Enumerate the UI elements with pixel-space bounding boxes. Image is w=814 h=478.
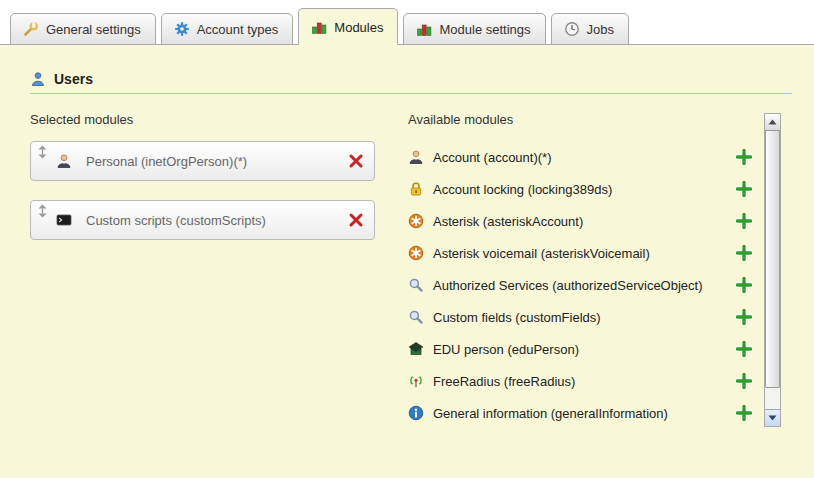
- page-title: Users: [54, 71, 93, 87]
- available-module-row: Asterisk voicemail (asteriskVoicemail): [408, 237, 752, 269]
- asterisk-icon: [408, 245, 424, 261]
- person-icon: [408, 149, 424, 165]
- available-module-label: Asterisk (asteriskAccount): [433, 214, 727, 229]
- available-module-label: Account (account)(*): [433, 150, 727, 165]
- add-module-button[interactable]: [736, 405, 752, 421]
- available-module-row: EDU person (eduPerson): [408, 333, 752, 365]
- selected-module-label: Personal (inetOrgPerson)(*): [86, 154, 340, 169]
- available-module-row: Account (account)(*): [408, 141, 752, 173]
- magnifier-icon: [408, 277, 424, 293]
- tab-label: Modules: [334, 20, 383, 35]
- available-modules-scrollbar[interactable]: [764, 113, 781, 427]
- selected-modules-column: Selected modules Personal (inetOrgPerson…: [30, 112, 378, 429]
- available-module-label: Asterisk voicemail (asteriskVoicemail): [433, 246, 727, 261]
- tab-label: Jobs: [587, 22, 614, 37]
- terminal-icon: [56, 212, 72, 228]
- tab-label: General settings: [46, 22, 141, 37]
- person-icon: [56, 153, 72, 169]
- arrow-down-icon: [768, 415, 777, 421]
- available-module-label: Authorized Services (authorizedServiceOb…: [433, 278, 727, 293]
- available-module-label: Account locking (locking389ds): [433, 182, 727, 197]
- tab-label: Module settings: [439, 22, 530, 37]
- available-module-label: Custom fields (customFields): [433, 310, 727, 325]
- tab-bar: General settings Account types: [0, 0, 814, 45]
- lam-configuration-page: General settings Account types: [0, 0, 814, 478]
- add-module-button[interactable]: [736, 181, 752, 197]
- magnifier-icon: [408, 309, 424, 325]
- modules-tab-content: Users Selected modules P: [0, 45, 814, 478]
- remove-module-button[interactable]: [348, 153, 364, 169]
- scrollbar-thumb[interactable]: [765, 130, 780, 388]
- users-icon: [30, 71, 46, 87]
- selected-module-label: Custom scripts (customScripts): [86, 213, 340, 228]
- available-module-label: EDU person (eduPerson): [433, 342, 727, 357]
- available-modules-heading: Available modules: [408, 112, 768, 127]
- module-settings-icon: [416, 21, 432, 37]
- available-module-row: Authorized Services (authorizedServiceOb…: [408, 269, 752, 301]
- antenna-icon: [408, 373, 424, 389]
- tab-jobs[interactable]: Jobs: [551, 13, 629, 45]
- add-module-button[interactable]: [736, 373, 752, 389]
- tab-modules[interactable]: Modules: [298, 8, 398, 45]
- modules-columns: Selected modules Personal (inetOrgPerson…: [30, 112, 814, 429]
- available-modules-column: Available modules Account (account)(*): [408, 112, 768, 429]
- selected-modules-heading: Selected modules: [30, 112, 378, 127]
- add-module-button[interactable]: [736, 149, 752, 165]
- asterisk-icon: [408, 213, 424, 229]
- arrow-up-icon: [768, 119, 777, 125]
- add-module-button[interactable]: [736, 309, 752, 325]
- wrench-icon: [23, 21, 39, 37]
- drag-handle-icon[interactable]: [37, 204, 48, 218]
- scroll-up-button[interactable]: [765, 114, 780, 131]
- info-icon: [408, 405, 424, 421]
- remove-module-button[interactable]: [348, 212, 364, 228]
- graduation-icon: [408, 341, 424, 357]
- add-module-button[interactable]: [736, 277, 752, 293]
- available-module-row: FreeRadius (freeRadius): [408, 365, 752, 397]
- available-module-row: Custom fields (customFields): [408, 301, 752, 333]
- selected-module-row[interactable]: Personal (inetOrgPerson)(*): [30, 141, 375, 181]
- available-module-label: General information (generalInformation): [433, 406, 727, 421]
- selected-module-row[interactable]: Custom scripts (customScripts): [30, 200, 375, 240]
- users-section-header: Users: [30, 71, 792, 94]
- tab-label: Account types: [197, 22, 279, 37]
- add-module-button[interactable]: [736, 341, 752, 357]
- gear-icon: [174, 21, 190, 37]
- tab-module-settings[interactable]: Module settings: [403, 13, 545, 45]
- clock-icon: [564, 21, 580, 37]
- available-module-row: General information (generalInformation): [408, 397, 752, 429]
- lock-icon: [408, 181, 424, 197]
- add-module-button[interactable]: [736, 245, 752, 261]
- scroll-down-button[interactable]: [765, 409, 780, 426]
- available-module-row: Account locking (locking389ds): [408, 173, 752, 205]
- tab-account-types[interactable]: Account types: [161, 13, 294, 45]
- available-module-row: Asterisk (asteriskAccount): [408, 205, 752, 237]
- tab-general-settings[interactable]: General settings: [10, 13, 156, 45]
- drag-handle-icon[interactable]: [37, 145, 48, 159]
- available-module-label: FreeRadius (freeRadius): [433, 374, 727, 389]
- add-module-button[interactable]: [736, 213, 752, 229]
- modules-icon: [311, 19, 327, 35]
